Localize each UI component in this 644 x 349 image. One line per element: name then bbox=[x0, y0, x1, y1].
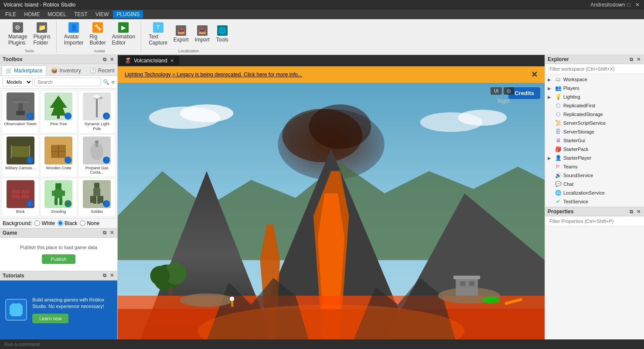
toolbox-header: Toolbox ⧉ ✕ bbox=[0, 55, 117, 64]
viewport[interactable]: Credits UI ⊡ Right bbox=[118, 83, 545, 339]
rig-builder-button[interactable]: 🦴 RigBuilder bbox=[87, 21, 108, 47]
tree-item-localization-service[interactable]: 🌐 LocalizationService bbox=[545, 188, 644, 197]
menu-view[interactable]: VIEW bbox=[92, 10, 112, 18]
properties-popout-button[interactable]: ⧉ bbox=[629, 209, 634, 215]
toolbox-section: Toolbox ⧉ ✕ 🛒 Marketplace 📦 Inventory 🕐 bbox=[0, 55, 117, 228]
avatar-importer-button[interactable]: 👤 AvatarImporter bbox=[62, 21, 86, 47]
category-select[interactable]: Models Decals Audio Meshes bbox=[3, 78, 33, 86]
toolbox-close-button[interactable]: ✕ bbox=[109, 57, 115, 62]
text-capture-button[interactable]: T TextCapture bbox=[147, 21, 170, 47]
tab-marketplace[interactable]: 🛒 Marketplace bbox=[2, 65, 46, 75]
menu-plugins[interactable]: PLUGINS bbox=[113, 10, 143, 18]
properties-search-bar bbox=[545, 216, 644, 226]
expand-arrow: ▶ bbox=[548, 95, 553, 99]
bg-none-option[interactable]: None bbox=[80, 220, 99, 226]
ui-toggle-button[interactable]: UI bbox=[491, 87, 502, 95]
list-item[interactable]: 👤 Propane Gas Conta... bbox=[78, 134, 116, 178]
tree-item-test-service[interactable]: ✔ TestService bbox=[545, 197, 644, 206]
svg-rect-28 bbox=[93, 188, 100, 196]
search-input[interactable] bbox=[34, 78, 101, 86]
export-button[interactable]: 📤 Export bbox=[171, 24, 191, 44]
animation-editor-button[interactable]: ▶ AnimationEditor bbox=[110, 21, 137, 47]
game-content: Publish this place to load game data Pub… bbox=[0, 238, 117, 271]
menu-home[interactable]: HOME bbox=[20, 10, 43, 18]
plugins-folder-button[interactable]: 📁 PluginsFolder bbox=[31, 21, 52, 47]
fullscreen-button[interactable]: ⊡ bbox=[504, 87, 514, 95]
list-item[interactable]: 👤 Brick bbox=[2, 178, 39, 216]
tree-item-server-storage[interactable]: 🗄 ServerStorage bbox=[545, 127, 644, 136]
explorer-close-button[interactable]: ✕ bbox=[636, 57, 641, 62]
user-label: Andresitodown bbox=[605, 2, 611, 8]
tab-recent[interactable]: 🕐 Recent bbox=[86, 65, 118, 75]
model-badge: 👤 bbox=[65, 157, 72, 164]
learn-now-button[interactable]: Learn now bbox=[32, 314, 68, 323]
viewport-tab-volcanic-island[interactable]: 🌋 VolcanicIsland ✕ bbox=[119, 56, 179, 65]
avatar-importer-label: AvatarImporter bbox=[64, 34, 84, 46]
list-item[interactable]: 👤 Wooden Crate bbox=[40, 134, 78, 178]
workspace-icon: 🗂 bbox=[555, 76, 562, 83]
tree-item-players[interactable]: ▶ 👥 Players bbox=[545, 84, 644, 92]
tree-item-lighting[interactable]: ▶ 💡 Lighting bbox=[545, 92, 644, 101]
maximize-button[interactable]: □ bbox=[626, 2, 632, 8]
bg-none-radio[interactable] bbox=[80, 220, 85, 226]
properties-close-button[interactable]: ✕ bbox=[636, 209, 641, 215]
tools-button[interactable]: 🌐 Tools bbox=[214, 24, 231, 44]
list-item[interactable]: 👤 Drooling bbox=[40, 178, 78, 216]
tree-item-workspace[interactable]: ▶ 🗂 Workspace bbox=[545, 75, 644, 84]
tree-item-sound-service[interactable]: 🔊 SoundService bbox=[545, 171, 644, 180]
bg-black-radio[interactable] bbox=[58, 220, 63, 226]
list-item[interactable]: 👤 Soldier bbox=[78, 178, 116, 216]
import-button[interactable]: 📥 Import bbox=[193, 24, 212, 44]
search-icon[interactable]: 🔍 bbox=[103, 79, 109, 85]
list-item[interactable]: 👤 Observation Tower bbox=[2, 90, 39, 133]
tree-item-chat[interactable]: 💬 Chat bbox=[545, 180, 644, 188]
filter-icon[interactable]: ≡ bbox=[111, 79, 115, 86]
list-item[interactable]: 👤 Military Canvas... bbox=[2, 134, 39, 178]
bg-white-radio[interactable] bbox=[34, 220, 40, 226]
game-popout-button[interactable]: ⧉ bbox=[102, 230, 107, 236]
list-item[interactable]: 👤 Pine Tree bbox=[40, 90, 78, 133]
bg-white-option[interactable]: White bbox=[34, 220, 55, 226]
tree-item-replicated-storage[interactable]: ⬡ ReplicatedStorage bbox=[545, 110, 644, 119]
minimize-button[interactable]: ─ bbox=[617, 2, 623, 8]
toolbox-tabs: 🛒 Marketplace 📦 Inventory 🕐 Recent bbox=[0, 64, 117, 76]
explorer-search-input[interactable] bbox=[548, 65, 641, 72]
model-thumb-military-canvas: 👤 bbox=[7, 137, 34, 164]
tree-item-server-script-service[interactable]: 📜 ServerScriptService bbox=[545, 119, 644, 127]
tab-close-button[interactable]: ✕ bbox=[170, 58, 174, 64]
model-badge: 👤 bbox=[27, 200, 34, 207]
properties-search-input[interactable] bbox=[548, 218, 641, 225]
list-item[interactable]: 👤 Dynamic Light Pole bbox=[78, 90, 116, 133]
warning-link[interactable]: Lighting Technology = Legacy is being de… bbox=[125, 72, 302, 78]
explorer-section: Explorer ⧉ ✕ ▶ 🗂 Workspace ▶ bbox=[545, 55, 644, 207]
game-close-button[interactable]: ✕ bbox=[109, 230, 115, 236]
tree-item-replicated-first[interactable]: ⬡ ReplicatedFirst bbox=[545, 101, 644, 110]
svg-rect-59 bbox=[453, 276, 480, 279]
bg-black-option[interactable]: Black bbox=[58, 220, 77, 226]
command-input[interactable] bbox=[4, 342, 135, 347]
viewport-controls: UI ⊡ bbox=[491, 87, 514, 95]
viewport-tab-icon: 🌋 bbox=[125, 58, 131, 64]
svg-rect-9 bbox=[12, 146, 29, 157]
tree-item-starter-gui[interactable]: 🖥 StarterGui bbox=[545, 136, 644, 145]
tab-inventory[interactable]: 📦 Inventory bbox=[47, 65, 85, 75]
properties-controls: ⧉ ✕ bbox=[629, 209, 641, 215]
banner-close-button[interactable]: ✕ bbox=[531, 70, 538, 79]
close-button[interactable]: ✕ bbox=[634, 2, 641, 8]
tutorials-close-button[interactable]: ✕ bbox=[109, 273, 115, 278]
publish-button[interactable]: Publish bbox=[42, 254, 75, 264]
tree-item-teams[interactable]: 🏳 Teams bbox=[545, 162, 644, 171]
tools-label: Tools bbox=[216, 37, 228, 43]
explorer-popout-button[interactable]: ⧉ bbox=[629, 57, 634, 62]
model-thumb-propane: 👤 bbox=[83, 137, 111, 164]
model-badge: 👤 bbox=[27, 113, 34, 120]
tree-item-starter-pack[interactable]: 🎒 StarterPack bbox=[545, 145, 644, 154]
tree-item-starter-player[interactable]: ▶ 👤 StarterPlayer bbox=[545, 154, 644, 162]
menu-model[interactable]: MODEL bbox=[44, 10, 70, 18]
explorer-title: Explorer bbox=[548, 56, 569, 62]
toolbox-popout-button[interactable]: ⧉ bbox=[102, 57, 107, 62]
tutorials-popout-button[interactable]: ⧉ bbox=[102, 273, 107, 278]
menu-test[interactable]: TEST bbox=[71, 10, 91, 18]
menu-file[interactable]: FILE bbox=[2, 10, 20, 18]
manage-plugins-button[interactable]: ⚙ ManagePlugins bbox=[6, 21, 29, 47]
